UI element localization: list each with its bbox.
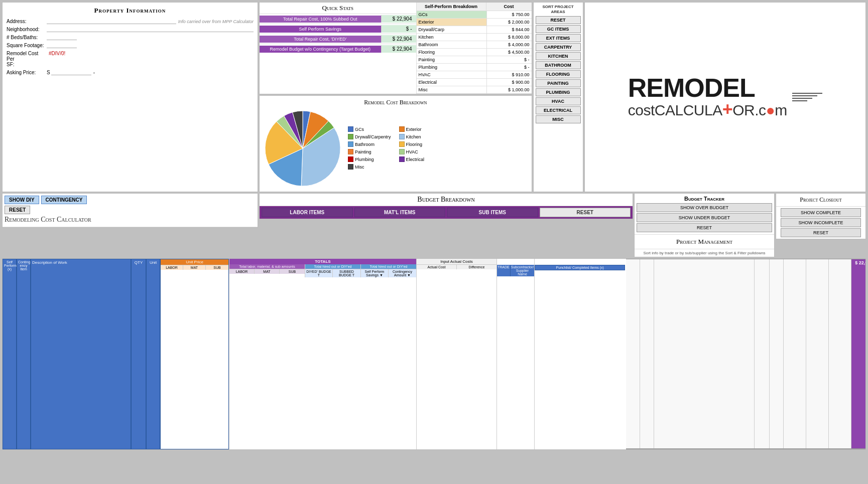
budget-reset-button[interactable]: RESET [540, 208, 631, 217]
bathroom-button[interactable]: BATHROOM [536, 61, 581, 69]
subbed-budget-col: SUBBED BUDGE T [333, 269, 360, 277]
totals-unit-mat [806, 259, 829, 448]
sqft-input[interactable] [47, 43, 77, 48]
beds-baths-input[interactable] [47, 35, 77, 40]
budget-col-labor: LABOR [229, 269, 255, 274]
col-mat: MAT [183, 265, 206, 270]
col-description: Description of Work [31, 259, 131, 449]
total-lms-header: Total labor, material, & sub amounts [229, 264, 305, 269]
plumbing-button[interactable]: PLUMBING [536, 88, 581, 96]
stats-right-value-6: $ - [486, 56, 532, 63]
neighborhood-input[interactable] [47, 27, 254, 32]
show-incomplete-button[interactable]: SHOW INCOMPLETE [781, 218, 861, 227]
subcontractor-col: Subcontractor/ Supplier Name [511, 265, 535, 276]
totals-unit-labor [784, 259, 806, 448]
budget-col-mat: MAT [255, 269, 280, 274]
totals-header: TOTALS [229, 259, 416, 264]
col-sub: SUB [206, 265, 228, 270]
gc-items-button[interactable]: GC ITEMS [536, 25, 581, 33]
stats-right-value-9: $ 900.00 [486, 79, 532, 86]
hvac-button[interactable]: HVAC [536, 97, 581, 105]
misc-button[interactable]: MISC [536, 115, 581, 123]
asking-price-value: - [93, 70, 95, 75]
totals-label-cell: $ 22,904 [851, 259, 866, 448]
stats-right-value-8: $ 910.00 [486, 71, 532, 78]
totals-unit [770, 259, 784, 448]
stat-row-1-value: $ 22,904 [381, 15, 416, 23]
show-diy-button[interactable]: SHOW DIY [5, 196, 39, 204]
total-hired-2-header: Total hired out or DIY'ed [361, 264, 416, 269]
project-mgmt-hint: Sort info by trade or by sub/supplier us… [635, 249, 774, 257]
stats-right-label-8: HVAC [417, 71, 486, 78]
stats-right-value-1: $ 2,000.00 [486, 19, 532, 26]
contingency-button[interactable]: CONTINGENCY [41, 196, 87, 204]
electrical-button[interactable]: ELECTRICAL [536, 106, 581, 114]
col-self-perform[interactable]: Self Perform (x) [3, 259, 17, 449]
stat-row-3-label: Total Repair Cost, 'DIYED' [260, 36, 381, 43]
kitchen-button[interactable]: KITCHEN [536, 52, 581, 60]
labor-items-tab[interactable]: LABOR ITEMS [262, 208, 353, 217]
totals-self-perform [626, 259, 640, 448]
asking-price-input[interactable] [51, 70, 91, 75]
total-hired-header: Total hired out or DIY'ed [305, 264, 360, 269]
contingency-col: Contingency Amount ▼ [389, 269, 416, 277]
stats-right-label-6: Painting [417, 56, 486, 63]
flooring-button[interactable]: FLOORING [536, 70, 581, 78]
col-labor: LABOR [161, 265, 183, 270]
remodel-cost-label2: SF: [7, 62, 47, 67]
stats-right-header-2: Cost [486, 3, 532, 11]
pie-chart-title: Remodel Cost Breakdown [263, 99, 529, 106]
difference-col: Difference [457, 265, 497, 269]
show-complete-button[interactable]: SHOW COMPLETE [781, 208, 861, 217]
budget-col-sub: SUB [280, 269, 305, 274]
beds-baths-label: # Beds/Baths: [7, 35, 47, 40]
show-over-budget-button[interactable]: SHOW OVER BUDGET [637, 203, 772, 212]
col-unit[interactable]: Unit [146, 259, 160, 449]
address-hint: Info carried over from MPP Calculator [178, 19, 254, 24]
diyed-budget-col: DIYED' BUDGE T [305, 269, 333, 277]
stat-row-2-label: Self Perform Savings [260, 26, 381, 33]
asking-price-label: Asking Price: [7, 70, 47, 75]
carpentry-button[interactable]: CARPENTRY [536, 43, 581, 51]
stats-right-value-5: $ 4,500.00 [486, 49, 532, 56]
totals-unit-sub [829, 259, 851, 448]
sort-reset-button[interactable]: RESET [536, 16, 581, 24]
property-info-title: Property Information [7, 7, 254, 15]
stat-row-2-value: $ - [381, 25, 416, 33]
tracker-reset-button[interactable]: RESET [637, 223, 772, 232]
col-unit-price-header: Unit Price [161, 259, 228, 265]
neighborhood-label: Neighborhood: [7, 27, 47, 32]
quick-stats-title: Quick Stats [260, 3, 416, 14]
self-perform-col: Self Perform Savings ▼ [361, 269, 389, 277]
address-label: Address: [7, 19, 47, 24]
closeout-reset-button[interactable]: RESET [781, 228, 861, 237]
show-under-budget-button[interactable]: SHOW UNDER BUDGET [637, 213, 772, 222]
budget-tracker-title: Budget Tracker [637, 196, 772, 202]
project-mgmt-title: Project Management [635, 235, 774, 249]
sqft-label: Square Footage: [7, 43, 47, 48]
sort-panel-title: SORT PROJECT AREAS [536, 5, 581, 14]
pie-chart-svg [263, 108, 343, 189]
stats-right-header-1: Self-Perform Breakdown [417, 3, 486, 11]
calc-reset-button[interactable]: RESET [5, 206, 30, 214]
stats-right-label-9: Electrical [417, 79, 486, 86]
stat-row-1-label: Total Repair Cost, 100% Subbed Out [260, 16, 381, 23]
stats-right-label-5: Flooring [417, 49, 486, 56]
stats-right-value-7: $ - [486, 64, 532, 71]
stats-right-label-0: GCs [417, 11, 486, 18]
ext-items-button[interactable]: EXT ITEMS [536, 34, 581, 42]
col-qty[interactable]: QTY [131, 259, 146, 449]
stat-row-4-value: $ 22,904 [381, 45, 416, 53]
address-input[interactable] [47, 19, 176, 24]
sub-items-tab[interactable]: SUB ITEMS [447, 208, 538, 217]
totals-contingency [640, 259, 654, 448]
trade-col: TRADE [497, 265, 511, 276]
stats-right-value-2: $ 844.00 [486, 26, 532, 33]
stats-right-label-10: Misc [417, 86, 486, 93]
stats-right-value-10: $ 1,000.00 [486, 86, 532, 93]
project-closeout-title: Project Closeout [776, 194, 865, 207]
col-contingency[interactable]: Conting ency Item [17, 259, 31, 449]
matl-items-tab[interactable]: MAT'L ITEMS [354, 208, 446, 217]
painting-button[interactable]: PAINTING [536, 79, 581, 87]
tracker-input-header: Input Actual Costs [417, 259, 497, 265]
